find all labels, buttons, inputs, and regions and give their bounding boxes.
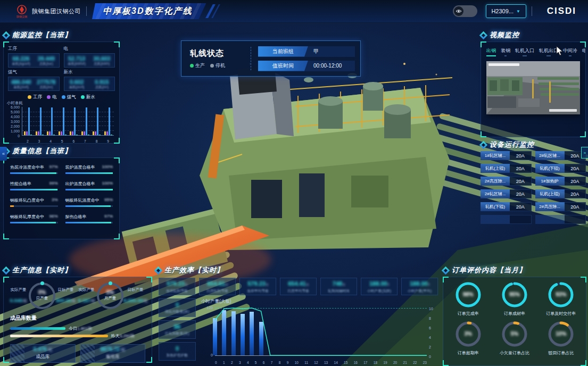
equipment-row: [481, 215, 586, 224]
quality-label: 热装冷温度命中率: [10, 164, 44, 170]
efficiency-stat-label: 轧制间隔时间: [322, 288, 355, 293]
energy-metric-value: 68.226: [9, 55, 33, 62]
bar-工序: [104, 131, 106, 135]
efficiency-stat-unit: s: [226, 282, 228, 286]
quality-bar-track: [65, 222, 113, 223]
side-stat-label: 加热炉在炉数: [160, 353, 194, 357]
ring-value: 95%: [500, 292, 529, 297]
equipment-name-pill[interactable]: 2#高压除...: [535, 202, 565, 211]
camera-tab-轧机入口[interactable]: 轧机入口: [515, 47, 534, 56]
bar-电: [49, 131, 51, 135]
equipment-cell: 轧机(下辊)20A: [481, 202, 532, 211]
energy-group: 煤气486.040单耗(m³/t)277578总耗(m³): [8, 69, 60, 91]
hour-tick: 23: [423, 361, 427, 364]
company-logo: 陕钢汉钢: [16, 5, 28, 18]
energy-metric-label: 单耗(m³/t): [9, 85, 33, 89]
quality-bar-fill: [10, 189, 57, 190]
quality-item: 钢板终轧厚度命中96%: [10, 214, 58, 223]
order-ring: 10%: [546, 320, 575, 348]
day-target-output: 目标产量 900.00吨: [55, 287, 76, 304]
stock-bar-yesterday: 昨天5,290块: [4, 331, 152, 339]
energy-metric-label: 单耗(m³/t): [65, 85, 89, 89]
efficiency-stat: 579.23s当班轧制节奏: [159, 278, 195, 295]
equipment-name-pill[interactable]: 轧机(上辊): [535, 189, 565, 198]
equipment-name-pill[interactable]: 1#加热炉: [535, 177, 565, 186]
quality-label-row: 探伤合格率97%: [65, 214, 113, 220]
equipment-current-value: 20A: [510, 177, 531, 186]
camera-tab-轧机出口[interactable]: 轧机出口: [539, 47, 558, 56]
company-name: 陕钢集团汉钢公司: [32, 7, 81, 15]
efficiency-stat-value: 748s: [322, 280, 355, 288]
hour-tick: 7: [271, 361, 273, 364]
efficiency-stat: 579.23s当班平均节奏: [239, 278, 276, 295]
energy-metric-value: 39.449: [34, 55, 58, 62]
energy-metric-label: 总耗(kWh): [90, 62, 114, 66]
equipment-name-pill[interactable]: 2#轧区辅...: [481, 189, 510, 198]
bar-工序: [36, 131, 37, 135]
hour-tick: 12: [314, 361, 318, 364]
legend-item: 电: [47, 94, 57, 101]
ring-value: 10%: [546, 331, 575, 337]
legend-dot: [47, 95, 51, 99]
panel-title: 生产效率【实时】: [164, 265, 224, 275]
quality-bar-track: [65, 205, 113, 207]
camera-tab-电加热[interactable]: 电加热: [582, 47, 585, 56]
equipment-row: 轧机(下辊)20A2#高压除...20A: [481, 202, 586, 211]
equipment-name-pill[interactable]: 1#轧区辅...: [481, 151, 510, 160]
status-divider: [251, 47, 252, 70]
bar-工序: [81, 131, 83, 135]
header-divider: [86, 6, 87, 16]
collapse-right-handle[interactable]: »: [581, 147, 588, 159]
bar-电: [26, 131, 28, 135]
bar-电: [106, 131, 108, 135]
left-axis-tick: 120: [201, 306, 213, 310]
efficiency-stat-label: 小时产量(平均): [403, 288, 436, 293]
camera-tab-中间冷[interactable]: 中间冷: [563, 47, 577, 56]
heat-number-select[interactable]: H2309... ▼: [486, 4, 526, 18]
quality-item: 钢板终轧温度命中95%: [65, 197, 113, 207]
equipment-current-value: 20A: [510, 189, 531, 198]
day-actual-output: 实际产量 0.045吨: [8, 287, 29, 304]
y-tick: 4,000: [11, 114, 20, 118]
camera-tab-出钢[interactable]: 出钢: [486, 47, 496, 56]
legend-item: 新水: [81, 94, 95, 101]
energy-metric-value: 277578: [34, 79, 58, 85]
bar-新水: [30, 135, 32, 135]
hour-tick: 11: [304, 361, 308, 364]
camera-feed[interactable]: [486, 61, 580, 114]
quality-bar-fill: [10, 172, 56, 174]
equipment-name-pill[interactable]: 2#高压除...: [481, 177, 510, 186]
bar-新水: [42, 135, 44, 135]
equipment-name-pill[interactable]: 2#轧区辅...: [535, 151, 565, 160]
energy-metric-label: 总耗(m³): [90, 85, 114, 89]
quality-bar-track: [10, 222, 58, 223]
visibility-toggle[interactable]: [453, 5, 477, 17]
quality-label-row: 钢板终轧厚度命中96%: [10, 214, 58, 220]
equipment-cell: 1#轧区辅...20A: [481, 151, 532, 160]
ring-label: 驳回订单占比: [539, 350, 584, 356]
quality-item: 装炉温度合格率100%: [65, 164, 113, 174]
collapse-left-tab[interactable]: «: [0, 147, 7, 161]
equipment-cell: 轧机(下辊)20A: [535, 164, 586, 173]
equipment-name-pill[interactable]: 轧机(下辊): [535, 164, 565, 173]
ring-value: 5%: [500, 331, 529, 337]
quality-item: 出炉温度合格率100%: [65, 181, 113, 190]
energy-group-name: 煤气: [8, 69, 60, 76]
energy-monitor-panel: 能源监控【当班】 工序68.226单耗(kgce/t)39.449总耗(tce)…: [3, 30, 120, 144]
right-axis-tick: 6: [429, 326, 438, 330]
camera-tab-装钢[interactable]: 装钢: [501, 47, 510, 56]
panel-diamond-icon: [481, 32, 486, 38]
panel-diamond-icon: [3, 268, 9, 273]
output-line-series: [215, 308, 427, 355]
equipment-name-pill[interactable]: 轧机(上辊): [481, 164, 510, 173]
equipment-rows: 1#轧区辅...20A2#轧区辅...20A轧机(上辊)20A轧机(下辊)20A…: [481, 151, 586, 230]
bar-工序: [47, 131, 48, 135]
hourly-output-chart: 小时产量(大板) 0123456789101112131415161718192…: [201, 298, 441, 366]
ring-value: 3%: [454, 331, 483, 337]
month-target-output: 目标产量 5,000.00吨: [123, 287, 147, 304]
stock-title: 成品库数量: [4, 309, 152, 324]
panel-title: 能源监控【当班】: [12, 30, 72, 40]
equipment-name-pill[interactable]: 轧机(下辊): [481, 202, 510, 211]
equipment-cell: [535, 215, 586, 224]
dashboard-root: 陕钢汉钢 陕钢集团汉钢公司 中厚板3D数字化产线 H2309... ▼ CISD…: [0, 0, 588, 366]
